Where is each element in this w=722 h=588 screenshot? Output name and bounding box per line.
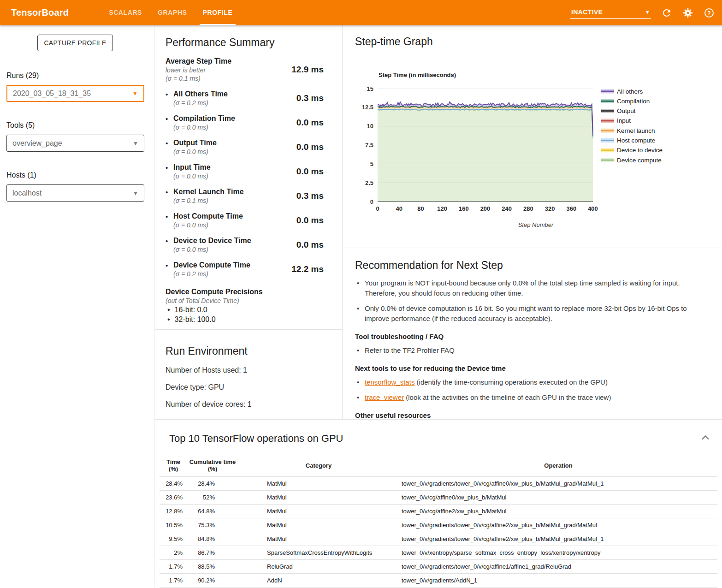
run-environment-panel: Run Environment Number of Hosts used: 1 … — [155, 330, 252, 409]
bullet-icon: • — [166, 188, 173, 204]
table-cell: tower_0/v/gradients/tower_0/v/cg/affine1… — [399, 560, 717, 574]
trace-viewer-link[interactable]: trace_viewer — [365, 393, 404, 401]
hosts-select-value: localhost — [12, 189, 41, 197]
table-cell: 75.3% — [187, 518, 238, 532]
table-row: 1.7%90.2%AddNtower_0/v/gradients/AddN_1 — [160, 574, 717, 588]
table-header-row: Time (%) Cumulative time (%) Category Op… — [160, 455, 717, 477]
collapse-chevron-icon[interactable] — [702, 435, 709, 440]
device-compute-precisions: Device Compute Precisions (out of Total … — [166, 288, 324, 324]
runs-select[interactable]: 2020_03_05_18_31_35 ▼ — [6, 85, 144, 102]
table-cell: MatMul — [238, 477, 399, 491]
table-row: 23.6%52%MatMultower_0/v/cg/affine0/xw_pl… — [160, 491, 717, 505]
table-cell: 10.5% — [160, 518, 187, 532]
legend-label: Input — [617, 117, 631, 124]
table-row: 12.8%64.8%MatMultower_0/v/cg/affine2/xw_… — [160, 505, 717, 518]
svg-text:0: 0 — [370, 198, 373, 205]
svg-text:7.5: 7.5 — [365, 142, 373, 148]
col-time: Time (%) — [160, 455, 187, 477]
table-cell: tower_0/v/xentropy/sparse_softmax_cross_… — [399, 546, 717, 560]
chevron-down-icon: ▼ — [133, 140, 138, 147]
table-cell: 9.5% — [160, 532, 187, 546]
legend-label: Output — [617, 107, 636, 114]
svg-text:360: 360 — [566, 205, 576, 212]
run-environment-title: Run Environment — [166, 345, 252, 357]
step-time-graph-title: Step-time Graph — [355, 36, 433, 48]
legend-label: All others — [617, 88, 643, 95]
capture-profile-button[interactable]: CAPTURE PROFILE — [37, 35, 113, 51]
average-step-time-value: 12.9 ms — [291, 65, 324, 75]
recommendation-title: Recommendation for Next Step — [355, 259, 708, 272]
svg-text:?: ? — [707, 10, 710, 16]
table-cell: tower_0/v/cg/affine2/xw_plus_b/MatMul — [399, 505, 717, 518]
tools-label: Tools (5) — [6, 121, 35, 130]
device-type: Device type: GPU — [166, 383, 252, 392]
top-ops-table: Time (%) Cumulative time (%) Category Op… — [160, 455, 717, 588]
legend-label: Kernel launch — [617, 127, 655, 134]
app-header: TensorBoard SCALARS GRAPHS PROFILE INACT… — [0, 0, 722, 25]
hosts-label: Hosts (1) — [6, 171, 36, 179]
next-tool-item: trace_viewer (look at the activities on … — [355, 392, 708, 403]
status-dropdown[interactable]: INACTIVE ▼ — [570, 6, 651, 19]
top-nav: SCALARS GRAPHS PROFILE — [101, 0, 240, 25]
chevron-down-icon: ▼ — [133, 190, 138, 196]
performance-item: •Kernel Launch Time(σ = 0.1 ms)0.3 ms — [166, 188, 324, 204]
table-cell: 1.7% — [160, 574, 187, 588]
tab-scalars[interactable]: SCALARS — [101, 0, 150, 25]
bullet-icon: • — [166, 90, 173, 107]
table-cell: MatMul — [238, 491, 399, 505]
left-column: Performance Summary Average Step Time lo… — [155, 25, 343, 419]
table-cell: tower_0/v/cg/affine0/xw_plus_b/MatMul — [399, 491, 717, 505]
table-cell: tower_0/v/gradients/tower_0/v/cg/affine2… — [399, 532, 717, 546]
precision-32bit: 32-bit: 100.0 — [166, 315, 324, 324]
hosts-select[interactable]: localhost ▼ — [6, 184, 144, 202]
table-cell: tower_0/v/gradients/AddN_1 — [399, 574, 717, 588]
table-cell: 1.7% — [160, 560, 187, 574]
performance-summary-panel: Performance Summary Average Step Time lo… — [155, 25, 342, 330]
performance-breakdown-list: •All Others Time(σ = 0.2 ms)0.3 ms•Compi… — [166, 90, 324, 278]
col-category: Category — [238, 455, 399, 477]
chart-x-axis-title: Step Number — [444, 221, 628, 228]
legend-label: Device compute — [617, 157, 662, 164]
table-cell: 84.8% — [187, 532, 238, 546]
step-time-graph-panel: Step-time Graph Step Time (in millisecon… — [343, 25, 722, 248]
step-time-chart: 02.557.51012.515040801201602002402803203… — [352, 81, 716, 219]
precision-16bit: 16-bit: 0.0 — [166, 306, 324, 314]
tab-graphs[interactable]: GRAPHS — [150, 0, 195, 25]
device-cores: Number of device cores: 1 — [166, 400, 252, 409]
header-actions: INACTIVE ▼ — [570, 6, 715, 19]
performance-item: •Output Time(σ = 0.0 ms)0.0 ms — [166, 139, 324, 155]
col-cumulative: Cumulative time (%) — [187, 455, 238, 477]
table-cell: MatMul — [238, 532, 399, 546]
top-ops-title: Top 10 TensorFlow operations on GPU — [169, 433, 343, 445]
performance-item: •Host Compute Time(σ = 0.0 ms)0.0 ms — [166, 212, 324, 229]
svg-text:280: 280 — [523, 205, 533, 212]
performance-item: •Device Compute Time(σ = 0.2 ms)12.2 ms — [166, 261, 324, 278]
table-cell: 2% — [160, 546, 187, 560]
svg-text:2.5: 2.5 — [365, 179, 373, 186]
faq-heading: Tool troubleshooting / FAQ — [355, 333, 708, 340]
help-icon[interactable]: ? — [704, 7, 715, 18]
svg-text:240: 240 — [502, 205, 512, 212]
tools-select[interactable]: overview_page ▼ — [6, 135, 144, 152]
legend-label: Compilation — [617, 98, 650, 105]
chart-title: Step Time (in milliseconds) — [379, 71, 456, 78]
table-cell: 28.4% — [160, 477, 187, 491]
svg-text:400: 400 — [588, 205, 598, 212]
table-row: 9.5%84.8%MatMultower_0/v/gradients/tower… — [160, 532, 717, 546]
gear-icon[interactable] — [682, 7, 693, 18]
right-column: Step-time Graph Step Time (in millisecon… — [343, 25, 722, 419]
table-cell: 88.5% — [187, 560, 238, 574]
tensorflow-stats-link[interactable]: tensorflow_stats — [365, 378, 414, 386]
refresh-icon[interactable] — [661, 7, 672, 18]
legend-label: Host compute — [617, 137, 655, 144]
next-tools-heading: Next tools to use for reducing the Devic… — [355, 364, 708, 372]
top-ops-panel: Top 10 TensorFlow operations on GPU Time… — [155, 419, 722, 588]
recommendation-panel: Recommendation for Next Step Your progra… — [343, 248, 722, 434]
table-row: 2%86.7%SparseSoftmaxCrossEntropyWithLogi… — [160, 546, 717, 560]
legend-label: Device to device — [617, 147, 663, 154]
tab-profile[interactable]: PROFILE — [195, 0, 241, 25]
table-cell: 86.7% — [187, 546, 238, 560]
bullet-icon: • — [166, 114, 173, 131]
runs-label: Runs (29) — [6, 71, 39, 80]
recommendation-bullet: Only 0.0% of device computation is 16 bi… — [355, 303, 708, 324]
